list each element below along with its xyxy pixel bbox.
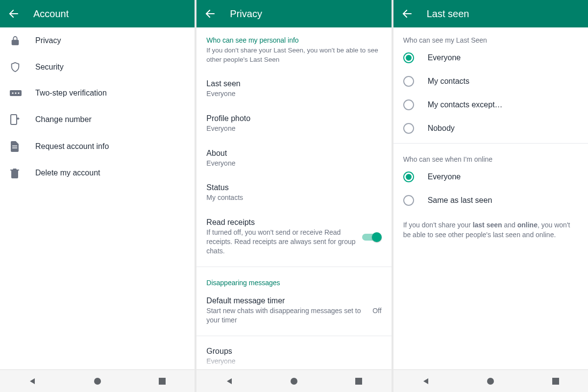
account-item-change-number[interactable]: Change number bbox=[0, 106, 195, 133]
screen-last-seen: Last seen Who can see my Last Seen Every… bbox=[393, 0, 588, 392]
svg-rect-6 bbox=[12, 146, 17, 147]
item-label: Groups bbox=[206, 347, 381, 356]
triangle-back-icon bbox=[422, 377, 430, 385]
radio-label: My contacts except… bbox=[428, 100, 503, 109]
nav-back-button[interactable] bbox=[416, 371, 436, 391]
privacy-item-last-seen[interactable]: Last seen Everyone bbox=[196, 72, 391, 106]
arrow-left-icon bbox=[401, 8, 413, 20]
svg-rect-9 bbox=[159, 378, 166, 385]
svg-point-4 bbox=[18, 92, 19, 94]
screen-privacy: Privacy Who can see my personal info If … bbox=[196, 0, 391, 392]
section-subtext: If you don't share your Last Seen, you w… bbox=[196, 46, 391, 72]
radio-label: Nobody bbox=[428, 124, 455, 133]
svg-point-8 bbox=[94, 378, 101, 385]
item-value: Everyone bbox=[206, 159, 381, 168]
radio-everyone[interactable]: Everyone bbox=[393, 46, 588, 70]
radio-label: My contacts bbox=[428, 77, 469, 86]
account-item-request-info[interactable]: Request account info bbox=[0, 133, 195, 160]
back-button[interactable] bbox=[4, 4, 24, 24]
item-value: Everyone bbox=[206, 89, 381, 98]
section-header: Who can see my Last Seen bbox=[393, 27, 588, 46]
page-title: Privacy bbox=[230, 8, 262, 20]
radio-icon bbox=[403, 99, 414, 110]
android-navbar bbox=[393, 369, 588, 392]
item-description: Start new chats with disappearing messag… bbox=[206, 306, 368, 325]
privacy-item-groups[interactable]: Groups Everyone bbox=[196, 339, 391, 374]
item-label: Request account info bbox=[35, 142, 185, 151]
item-value: Everyone bbox=[206, 124, 381, 133]
privacy-item-status[interactable]: Status My contacts bbox=[196, 175, 391, 210]
radio-icon bbox=[403, 172, 414, 182]
item-value: Everyone bbox=[206, 357, 381, 366]
item-label: Security bbox=[35, 63, 185, 72]
pin-icon bbox=[10, 89, 22, 98]
circle-home-icon bbox=[290, 377, 298, 385]
nav-back-button[interactable] bbox=[23, 371, 42, 391]
lock-icon bbox=[10, 35, 21, 46]
svg-point-3 bbox=[15, 92, 16, 94]
nav-home-button[interactable] bbox=[481, 371, 500, 391]
back-button[interactable] bbox=[200, 4, 220, 24]
privacy-item-profile-photo[interactable]: Profile photo Everyone bbox=[196, 106, 391, 141]
topbar: Last seen bbox=[393, 0, 588, 27]
divider bbox=[196, 267, 391, 267]
divider bbox=[196, 336, 391, 336]
item-label: Privacy bbox=[35, 36, 185, 45]
item-label: Last seen bbox=[206, 79, 381, 88]
radio-label: Everyone bbox=[428, 53, 461, 62]
svg-rect-5 bbox=[11, 115, 17, 124]
account-item-security[interactable]: Security bbox=[0, 54, 195, 80]
item-value: Off bbox=[372, 307, 381, 315]
item-label: About bbox=[206, 149, 381, 158]
privacy-item-about[interactable]: About Everyone bbox=[196, 141, 391, 176]
nav-recents-button[interactable] bbox=[546, 371, 565, 391]
nav-back-button[interactable] bbox=[220, 371, 239, 391]
radio-online-everyone[interactable]: Everyone bbox=[393, 165, 588, 189]
trash-icon bbox=[10, 168, 20, 178]
android-navbar bbox=[0, 369, 195, 392]
svg-point-2 bbox=[12, 92, 13, 94]
square-recents-icon bbox=[552, 378, 559, 385]
radio-icon bbox=[403, 195, 414, 206]
privacy-content: Who can see my personal info If you don'… bbox=[196, 27, 391, 392]
item-label: Status bbox=[206, 183, 381, 192]
item-description: If turned off, you won't send or receive… bbox=[206, 228, 357, 256]
radio-label: Same as last seen bbox=[428, 196, 492, 205]
square-recents-icon bbox=[355, 378, 362, 385]
radio-my-contacts[interactable]: My contacts bbox=[393, 70, 588, 93]
nav-home-button[interactable] bbox=[88, 371, 107, 391]
read-receipts-toggle[interactable] bbox=[362, 231, 382, 243]
footnote-text: and bbox=[502, 221, 517, 229]
screen-account: Account Privacy Security Two-step verifi… bbox=[0, 0, 195, 392]
nav-recents-button[interactable] bbox=[349, 371, 368, 391]
privacy-item-default-timer[interactable]: Default message timer Start new chats wi… bbox=[196, 289, 391, 333]
sim-icon bbox=[10, 114, 20, 125]
item-label: Read receipts bbox=[206, 218, 357, 227]
divider bbox=[393, 143, 588, 144]
nav-recents-button[interactable] bbox=[152, 371, 172, 391]
radio-nobody[interactable]: Nobody bbox=[393, 117, 588, 140]
section-header: Disappearing messages bbox=[196, 270, 391, 289]
page-title: Last seen bbox=[427, 8, 469, 20]
switch-thumb bbox=[372, 232, 382, 242]
svg-rect-12 bbox=[355, 378, 362, 385]
radio-online-same-as-last-seen[interactable]: Same as last seen bbox=[393, 189, 588, 212]
privacy-item-read-receipts[interactable]: Read receipts If turned off, you won't s… bbox=[196, 210, 391, 264]
back-button[interactable] bbox=[397, 4, 417, 24]
footnote-bold: online bbox=[517, 221, 538, 229]
radio-icon bbox=[403, 76, 414, 87]
account-item-two-step[interactable]: Two-step verification bbox=[0, 80, 195, 106]
footnote-text: If you don't share your bbox=[403, 221, 473, 229]
document-icon bbox=[10, 141, 20, 152]
svg-rect-15 bbox=[552, 378, 559, 385]
item-value: My contacts bbox=[206, 193, 381, 202]
nav-home-button[interactable] bbox=[284, 371, 304, 391]
triangle-back-icon bbox=[28, 377, 36, 385]
item-label: Default message timer bbox=[206, 296, 368, 305]
radio-my-contacts-except[interactable]: My contacts except… bbox=[393, 93, 588, 117]
account-item-privacy[interactable]: Privacy bbox=[0, 27, 195, 54]
circle-home-icon bbox=[94, 377, 101, 385]
item-label: Delete my account bbox=[35, 169, 185, 177]
account-item-delete[interactable]: Delete my account bbox=[0, 160, 195, 186]
last-seen-content: Who can see my Last Seen Everyone My con… bbox=[393, 27, 588, 392]
